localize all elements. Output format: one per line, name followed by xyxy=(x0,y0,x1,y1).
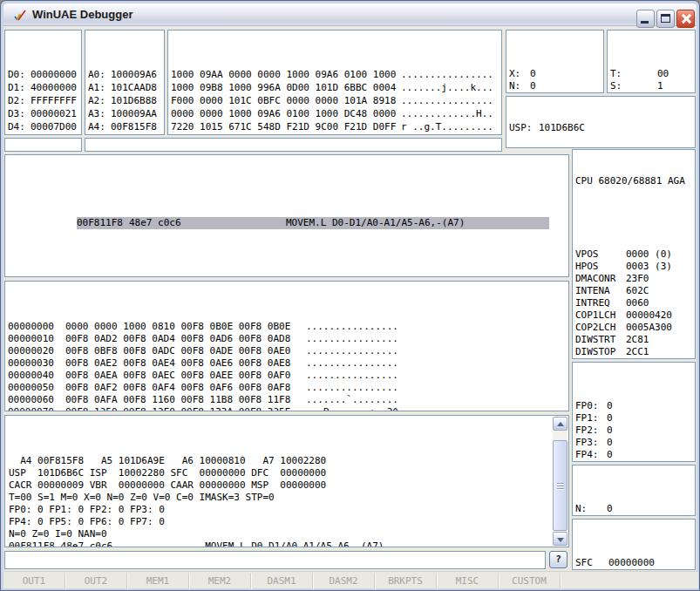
console-line: 00F811F8 48e7 c0c6 MOVEM.L D0-D1/A0-A1/A… xyxy=(9,540,549,547)
status-register-panel: T:00S:1M:0IMASK:3STP:0 xyxy=(607,30,696,93)
custom-register-name: INTREQ xyxy=(575,297,626,309)
memory-ascii: ................ xyxy=(306,345,398,357)
custom-register-value: 0060 xyxy=(626,297,649,309)
dump-hex: 0000 0000 1000 09A6 0100 1000 DC48 0000 xyxy=(171,107,401,120)
data-register-row: D1:40000000 xyxy=(8,81,78,94)
status-name: S: xyxy=(610,80,657,92)
custom-register-row: COP1LCH00000420 xyxy=(575,309,692,322)
data-register-row: D0:00000000 xyxy=(8,68,78,81)
memory-row: 0000006000F8 0AFA 00F8 1160 00F8 11B8 00… xyxy=(8,394,566,406)
statusbar-tab[interactable]: MEM1 xyxy=(127,573,189,589)
scrollbar-grip-icon xyxy=(557,483,564,490)
dump-row: F000 0000 101C 0BFC 0000 0000 101A 8918.… xyxy=(171,94,499,107)
scroll-up-button[interactable] xyxy=(553,417,567,431)
custom-register-row: HPOS0003 (3) xyxy=(575,261,692,273)
console-text: A4 00F815F8 A5 101D6A9E A6 10000810 A7 1… xyxy=(9,418,549,547)
flag-row: X:0 xyxy=(509,68,601,80)
fp-name: FP5: xyxy=(575,461,607,462)
window-title: WinUAE Debugger xyxy=(32,8,133,21)
fp-value: 0 xyxy=(607,461,613,462)
register-name: D4: xyxy=(8,120,31,133)
custom-register-name: DIWSTOP xyxy=(575,346,626,358)
disassembly-row[interactable]: 00F811F848e7 c0c6MOVEM.L D0-D1/A0-A1/A5-… xyxy=(8,205,566,241)
control-register-value: 00000000 xyxy=(608,557,655,568)
control-register-value: 00000000 xyxy=(608,569,655,570)
arrow-down-icon xyxy=(557,538,564,542)
usp-value: 101D6B6C xyxy=(539,122,585,133)
dump-row: FFFF 0000 0000 0000 0000 0000 0000 0000.… xyxy=(171,133,499,135)
console-scrollbar[interactable] xyxy=(553,417,567,546)
prefetch-label: Prefetch: xyxy=(112,149,164,152)
fpu-flag-name: Z: xyxy=(575,515,607,516)
fp-value: 0 xyxy=(607,449,613,460)
command-input[interactable] xyxy=(4,551,546,569)
fp-value: 0 xyxy=(607,412,613,424)
status-bar: OUT1OUT2MEM1MEM2DASM1DASM2BRKPTSMISCCUST… xyxy=(3,571,698,588)
custom-register-value: 0003 (3) xyxy=(626,261,672,272)
minimize-icon xyxy=(641,21,649,24)
register-value: 100009AA xyxy=(111,108,157,119)
fpu-flag-name: N: xyxy=(575,503,607,515)
custom-register-name: COP1LCH xyxy=(575,309,626,322)
statusbar-tab[interactable]: DASM2 xyxy=(313,573,375,589)
statusbar-tab[interactable]: OUT2 xyxy=(65,573,127,589)
dump-hex: F000 0000 101C 0BFC 0000 0000 101A 8918 xyxy=(171,94,401,107)
minimize-button[interactable] xyxy=(636,10,655,28)
fp-registers-panel: FP0:0FP1:0FP2:0FP3:0FP4:0FP5:0FP6:0FP7:0 xyxy=(572,362,696,462)
data-register-row: D5:00000008 xyxy=(8,133,78,135)
flag-row: Z:0 xyxy=(509,92,601,93)
statusbar-tab[interactable]: MISC xyxy=(437,573,499,589)
status-value: 0 xyxy=(657,92,663,93)
maximize-icon xyxy=(661,14,670,23)
console-line: N=0 Z=0 I=0 NAN=0 xyxy=(9,528,549,540)
flag-name: X: xyxy=(509,68,530,80)
memory-address: 00000000 xyxy=(8,321,65,333)
help-button[interactable]: ? xyxy=(549,551,567,568)
fp-register-row: FP3:0 xyxy=(575,437,692,449)
maximize-button[interactable] xyxy=(656,10,675,28)
custom-register-row: DDFSTRT0038 xyxy=(575,358,692,359)
register-value: 00F815F8 xyxy=(111,121,157,132)
custom-register-row: VPOS0000 (0) xyxy=(575,248,692,261)
memory-hex: 00F8 0AEA 00F8 0AEC 00F8 0AEE 00F8 0AF0 xyxy=(65,370,306,382)
dump-row: 1000 09B8 1000 996A 0D00 101D 6BBC 0004.… xyxy=(171,81,499,94)
dump-ascii: r ..g.T......... xyxy=(401,121,493,132)
custom-register-name: HPOS xyxy=(575,261,626,273)
instruction-bytes: 48e7 c0c6 xyxy=(129,217,181,228)
close-button[interactable] xyxy=(676,10,695,28)
register-value: 00000021 xyxy=(31,108,77,119)
custom-register-row: DIWSTRT2C81 xyxy=(575,334,692,346)
titlebar[interactable]: WinUAE Debugger xyxy=(3,3,697,26)
ccr-flags-panel: X:0N:0Z:0V:0C:0 xyxy=(506,30,604,93)
data-registers-panel: D0:00000000D1:40000000D2:FFFFFFFFD3:0000… xyxy=(4,30,82,135)
status-value: 00 xyxy=(657,68,669,79)
statusbar-tab[interactable]: CUSTOM xyxy=(499,573,561,589)
memory-address: 00000060 xyxy=(8,394,65,406)
custom-register-name: VPOS xyxy=(575,248,626,261)
statusbar-tab[interactable]: OUT1 xyxy=(3,573,65,589)
statusbar-tab[interactable]: BRKPTS xyxy=(375,573,437,589)
memory-ascii: .......`........ xyxy=(306,394,398,405)
scrollbar-thumb[interactable] xyxy=(553,440,567,531)
memory-address: 00000070 xyxy=(8,406,65,411)
fp-register-row: FP2:0 xyxy=(575,425,692,437)
scroll-down-button[interactable] xyxy=(553,532,567,546)
status-value: 1 xyxy=(657,80,663,92)
flag-row: N:0 xyxy=(509,80,601,92)
address-registers-panel: A0:100009A6A1:101CAAD8A2:101D6B88A3:1000… xyxy=(85,30,165,135)
statusbar-tab[interactable]: MEM2 xyxy=(189,573,251,589)
console-line: USP 101D6B6C ISP 10002280 SFC 00000000 D… xyxy=(9,467,549,479)
console-line: T=00 S=1 M=0 X=0 N=0 Z=0 V=0 C=0 IMASK=3… xyxy=(9,492,549,504)
control-register-row: SFC00000000 xyxy=(575,557,692,569)
memory-row: 0000005000F8 0AF2 00F8 0AF4 00F8 0AF6 00… xyxy=(8,382,566,394)
console-line: A4 00F815F8 A5 101D6A9E A6 10000810 A7 1… xyxy=(9,455,549,467)
custom-register-value: 0000 (0) xyxy=(626,248,672,260)
status-row: M:0 xyxy=(610,92,692,93)
status-row: S:1 xyxy=(610,80,692,92)
register-value: 00000008 xyxy=(31,134,77,135)
instruction-text: MOVEM.L D0-D1/A0-A1/A5-A6,-(A7) xyxy=(286,217,465,228)
memory-address: 00000020 xyxy=(8,345,65,357)
statusbar-tab[interactable]: DASM1 xyxy=(251,573,313,589)
disassembly-panel: 00F811F848e7 c0c6MOVEM.L D0-D1/A0-A1/A5-… xyxy=(4,154,569,277)
custom-register-value: 23F0 xyxy=(626,273,649,284)
